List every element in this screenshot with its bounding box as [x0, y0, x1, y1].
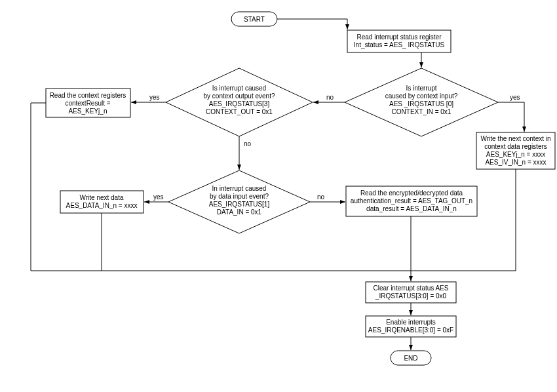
- flowchart-diagram: START Read interrupt status register Int…: [0, 0, 557, 392]
- write-data-l2: AES_DATA_IN_n = xxxx: [66, 202, 138, 209]
- start-label: START: [244, 16, 265, 23]
- context-out-l2: by context output event?: [204, 92, 275, 100]
- write-data-l1: Write next data: [79, 194, 124, 201]
- write-context-l1: Write the next context in: [480, 135, 550, 142]
- read-context-l2: contextResult =: [65, 100, 110, 107]
- data-in-l1: In interrupt caused: [212, 185, 267, 192]
- data-in-l3: AES_IRQSTATUS[1]: [209, 201, 270, 208]
- enable-irq-l1: Enable interrupts: [386, 319, 436, 326]
- no-label-2: no: [244, 140, 252, 147]
- no-label: no: [326, 94, 334, 101]
- yes-label: yes: [510, 94, 520, 101]
- read-data-l2: authentication_result = AES_TAG_OUT_n: [351, 197, 472, 205]
- flowline: [277, 19, 347, 29]
- context-out-l4: CONTEXT_OUT = 0x1: [206, 108, 273, 115]
- write-context-l3: AES_KEYj_n = xxxx: [486, 151, 545, 158]
- context-in-l1: Is interrupt: [406, 85, 436, 92]
- data-in-l2: by data input event?: [210, 193, 269, 200]
- context-in-l3: AES _IRQSTATUS [0]: [389, 100, 453, 108]
- yes-label-2: yes: [149, 94, 160, 101]
- flowline: [411, 169, 516, 271]
- context-in-l4: CONTEXT_IN = 0x1: [392, 108, 451, 115]
- read-data-l1: Read the encrypted/decrypted data: [360, 189, 463, 197]
- context-in-l2: caused by context input?: [385, 92, 458, 100]
- no-label-3: no: [317, 193, 325, 201]
- enable-irq-l2: AES_IRQENABLE[3:0] = 0xF: [368, 326, 453, 334]
- read-context-l3: AES_KEYj_n: [69, 108, 107, 115]
- context-out-l1: Is interrupt caused: [212, 85, 266, 92]
- read-data-l3: data_result = AES_DATA_IN_n: [366, 205, 457, 212]
- write-context-l4: AES_IV_IN_n = xxxx: [485, 159, 546, 166]
- data-in-l4: DATA_IN = 0x1: [217, 208, 262, 216]
- yes-label-3: yes: [153, 193, 164, 201]
- read-irq-l2: Int_status = AES_ IRQSTATUS: [354, 41, 445, 49]
- read-context-l1: Read the context registers: [50, 92, 126, 99]
- clear-irq-l2: _IRQSTATUS[3:0] = 0x0: [375, 292, 447, 300]
- end-label: END: [404, 355, 417, 362]
- context-out-l3: AES_IRQSTATUS[3]: [209, 100, 270, 108]
- clear-irq-l1: Clear interrupt status AES: [373, 284, 448, 292]
- read-irq-l1: Read interrupt status register: [357, 33, 442, 41]
- write-context-l2: context data registers: [484, 143, 547, 150]
- flowline: [498, 102, 524, 132]
